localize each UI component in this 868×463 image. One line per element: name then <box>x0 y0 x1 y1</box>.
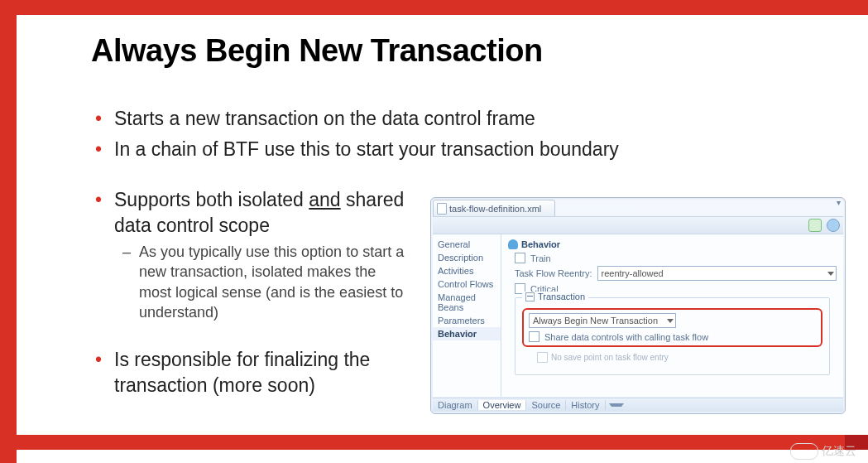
collapse-icon[interactable] <box>525 292 535 301</box>
nosave-label: No save point on task flow entry <box>551 353 669 362</box>
sidebar-item-managed-beans[interactable]: Managed Beans <box>433 291 501 314</box>
reentry-label: Task Flow Reentry: <box>515 268 592 278</box>
behavior-icon <box>508 239 518 249</box>
share-dc-checkbox[interactable] <box>529 331 540 342</box>
transaction-group-title: Transaction <box>522 292 588 301</box>
transaction-group: Transaction Always Begin New Transaction… <box>515 297 830 375</box>
chevron-down-icon <box>667 319 674 323</box>
toolbar-run-icon[interactable] <box>808 219 822 232</box>
slide-title: Always Begin New Transaction <box>91 33 543 69</box>
editor-toolbar <box>433 216 843 234</box>
editor-file-tab-label: task-flow-definition.xml <box>449 204 541 214</box>
watermark-text: 亿速云 <box>822 444 856 459</box>
row-train: Train <box>515 253 837 263</box>
bullet-3-underline: and <box>309 189 340 210</box>
train-label: Train <box>530 253 551 263</box>
editor-sidebar: General Description Activities Control F… <box>433 234 501 397</box>
editor-file-tab[interactable]: task-flow-definition.xml <box>433 200 555 218</box>
transaction-group-label: Transaction <box>538 292 585 301</box>
chevron-down-icon <box>827 272 834 276</box>
tab-overview[interactable]: Overview <box>478 400 527 410</box>
sidebar-item-general[interactable]: General <box>433 238 501 251</box>
reentry-select[interactable]: reentry-allowed <box>597 266 837 281</box>
tab-history[interactable]: History <box>566 400 605 410</box>
transaction-select-value: Always Begin New Transaction <box>533 316 658 326</box>
xml-file-icon <box>437 203 447 215</box>
editor-body: General Description Activities Control F… <box>433 234 843 397</box>
bullet-4: Is responsible for finalizing the transa… <box>91 347 412 398</box>
watermark: 亿速云 <box>790 443 856 460</box>
sidebar-item-control-flows[interactable]: Control Flows <box>433 277 501 291</box>
reentry-select-value: reentry-allowed <box>602 268 664 278</box>
sidebar-item-behavior[interactable]: Behavior <box>433 327 501 340</box>
editor-bottom-tabs: Diagram Overview Source History <box>433 398 843 412</box>
tab-overflow-icon[interactable] <box>609 403 624 407</box>
row-reentry: Task Flow Reentry: reentry-allowed <box>515 266 837 281</box>
train-checkbox[interactable] <box>515 253 525 263</box>
tab-source[interactable]: Source <box>526 400 566 410</box>
slide-left-bar <box>0 0 17 463</box>
toolbar-help-icon[interactable] <box>827 219 840 232</box>
sidebar-item-activities[interactable]: Activities <box>433 264 501 277</box>
form-section-header: Behavior <box>508 239 837 249</box>
share-dc-label: Share data controls with calling task fl… <box>544 332 708 342</box>
editor-form: Behavior Train Task Flow Reentry: reentr… <box>501 234 843 397</box>
slide-bottom-bar <box>0 435 868 450</box>
transaction-select[interactable]: Always Begin New Transaction <box>529 313 676 328</box>
sidebar-item-parameters[interactable]: Parameters <box>433 314 501 327</box>
editor-panel: task-flow-definition.xml ▾ General Descr… <box>430 197 846 414</box>
sidebar-item-description[interactable]: Description <box>433 251 501 264</box>
bullet-2: In a chain of BTF use this to start your… <box>91 137 844 162</box>
bullet-3: Supports both isolated and shared data c… <box>91 187 412 322</box>
panel-close-icon[interactable]: ▾ <box>833 198 843 208</box>
sub-bullet-list: As you typically use this option to star… <box>114 242 412 322</box>
transaction-highlight: Always Begin New Transaction Share data … <box>522 308 822 347</box>
nosave-row: No save point on task flow entry <box>537 352 822 363</box>
slide-top-bar <box>0 0 868 15</box>
bullet-3-pre: Supports both isolated <box>114 189 309 210</box>
tab-diagram[interactable]: Diagram <box>433 400 478 410</box>
watermark-icon <box>790 443 818 460</box>
nosave-checkbox <box>537 352 548 363</box>
slide-content: Always Begin New Transaction Starts a ne… <box>17 15 844 435</box>
sub-bullet-1: As you typically use this option to star… <box>114 242 412 322</box>
form-section-header-label: Behavior <box>521 239 560 249</box>
bullet-1: Starts a new transaction on the data con… <box>91 106 844 132</box>
